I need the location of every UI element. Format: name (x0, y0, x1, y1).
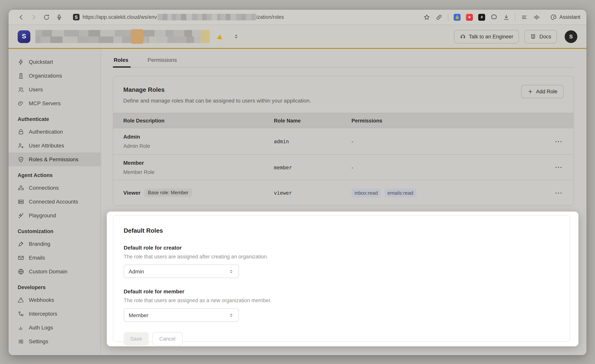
sidebar-item-connected-accounts[interactable]: Connected Accounts (8, 195, 101, 209)
interceptors-icon (18, 310, 24, 317)
add-role-button[interactable]: Add Role (521, 85, 564, 98)
roles-table-header: Role Description Role Name Permissions (113, 113, 574, 128)
custom-domain-icon (18, 268, 24, 275)
sidebar-item-label: User Attributes (29, 142, 64, 149)
launcher-extension-icon[interactable]: ✳ (466, 14, 473, 21)
manage-roles-header: Manage Roles Define and manage roles tha… (113, 77, 574, 113)
sidebar-item-label: MCP Servers (29, 100, 61, 106)
downloads-icon[interactable] (503, 14, 510, 21)
sidebar-nav: QuickstartOrganizationsUsersMCP ServersA… (8, 49, 101, 355)
quickstart-icon (18, 59, 24, 65)
tab-roles[interactable]: Roles (113, 57, 129, 68)
bookmark-star-icon[interactable] (423, 14, 430, 21)
playground-icon (18, 212, 24, 219)
col-role-description: Role Description (113, 118, 264, 123)
assistant-label: Assistant (559, 14, 581, 20)
reading-list-icon[interactable] (521, 14, 528, 21)
row-menu-button[interactable]: ··· (549, 189, 574, 196)
role-display-name: Admin (123, 134, 264, 140)
password-manager-extension-icon[interactable]: 🔒 (454, 14, 460, 21)
sidebar-item-label: Users (29, 86, 43, 92)
sidebar-item-user-attributes[interactable]: User Attributes (8, 139, 101, 153)
screen: S https://app.scalekit.cloud/ws/env izat… (0, 0, 595, 364)
permission-badge: inbox:read (351, 188, 381, 197)
permissions-empty: - (351, 138, 353, 144)
copy-link-icon[interactable] (436, 14, 442, 21)
sidebar-item-label: Custom Domain (29, 268, 67, 274)
url-suffix: ization/roles (256, 14, 284, 20)
hash-extension-icon[interactable]: # (478, 14, 485, 21)
tab-permissions[interactable]: Permissions (147, 57, 178, 68)
app-header: S Talk to an Engineer Docs S (8, 25, 587, 49)
row-menu-button[interactable]: ··· (549, 138, 574, 145)
sidebar-item-quickstart[interactable]: Quickstart (8, 55, 101, 69)
sidebar-item-label: Auth Logs (29, 324, 53, 331)
sidebar-item-label: Interceptors (29, 311, 57, 317)
roles-table-body: AdminAdmin Roleadmin-···MemberMember Rol… (113, 128, 574, 205)
role-slug: viewer (274, 190, 292, 196)
manage-roles-title: Manage Roles (123, 86, 564, 93)
puzzle-extensions-icon[interactable] (490, 14, 497, 21)
manage-roles-card: Manage Roles Define and manage roles tha… (113, 76, 574, 206)
assistant-button[interactable]: Assistant (545, 14, 581, 21)
sidebar-item-organizations[interactable]: Organizations (8, 69, 101, 83)
select-unfold-icon (228, 312, 234, 318)
sidebar-item-label: Quickstart (29, 59, 53, 65)
role-row-member: MemberMember Rolemember-··· (113, 155, 574, 180)
address-bar[interactable]: https://app.scalekit.cloud/ws/env izatio… (83, 14, 284, 20)
sidebar-item-roles-permissions[interactable]: Roles & Permissions (8, 153, 101, 166)
workspace-logo[interactable]: S (18, 30, 30, 43)
sidebar-item-label: Organizations (29, 73, 62, 79)
main-content: RolesPermissions Manage Roles Define and… (101, 49, 587, 355)
emails-icon (18, 254, 24, 261)
assistant-swirl-icon (550, 14, 557, 21)
organizations-icon (18, 72, 24, 79)
talk-to-engineer-label: Talk to an Engineer (469, 34, 513, 39)
sidebar-item-authentication[interactable]: Authentication (8, 125, 101, 139)
url-redacted-blur (157, 14, 256, 20)
auth-logs-icon (18, 324, 24, 331)
row-menu-button[interactable]: ··· (549, 164, 574, 170)
role-row-admin: AdminAdmin Roleadmin-··· (113, 128, 574, 155)
talk-to-engineer-button[interactable]: Talk to an Engineer (454, 30, 519, 43)
sidebar-item-settings[interactable]: Settings (8, 335, 101, 348)
sidebar-item-interceptors[interactable]: Interceptors (8, 307, 101, 321)
reload-icon[interactable] (43, 14, 50, 21)
sidebar-item-users[interactable]: Users (8, 83, 101, 96)
sidebar-item-webhooks[interactable]: Webhooks (8, 293, 101, 307)
workspace-name-redacted[interactable] (35, 29, 229, 44)
sidebar-item-emails[interactable]: Emails (8, 251, 101, 265)
toolbar-right: 🔒 ✳ # Assistant (418, 13, 581, 21)
sidebar-item-connections[interactable]: Connections (8, 181, 101, 195)
sidebar-section-authenticate: Authenticate (8, 110, 101, 125)
settings-icon (18, 338, 24, 345)
voice-waveform-icon[interactable] (533, 14, 540, 21)
docs-label: Docs (539, 34, 551, 39)
sidebar-item-label: Webhooks (29, 297, 54, 303)
creator-role-select[interactable]: Admin (124, 265, 239, 278)
url-prefix: https://app.scalekit.cloud/ws/env (83, 14, 157, 20)
back-icon[interactable] (18, 14, 25, 21)
sidebar-item-mcp-servers[interactable]: MCP Servers (8, 96, 101, 110)
sidebar-item-branding[interactable]: Branding (8, 237, 101, 251)
workspace-switcher-chevron-icon[interactable] (233, 33, 239, 40)
user-avatar[interactable]: S (565, 30, 577, 43)
docs-button[interactable]: Docs (524, 30, 557, 43)
forward-icon[interactable] (30, 14, 37, 21)
manage-roles-description: Define and manage roles that can be assi… (123, 98, 564, 104)
mcp-servers-icon (18, 100, 24, 106)
add-role-label: Add Role (536, 89, 557, 94)
creator-role-label: Default role for creator (124, 245, 559, 251)
sidebar-item-auth-logs[interactable]: Auth Logs (8, 321, 101, 335)
save-button[interactable]: Save (124, 332, 149, 346)
member-role-select[interactable]: Member (124, 308, 239, 322)
sidebar-section-agent-actions: Agent Actions (8, 166, 101, 181)
select-unfold-icon (228, 269, 234, 274)
sidebar-item-custom-domain[interactable]: Custom Domain (8, 265, 101, 278)
member-role-value: Member (129, 312, 149, 318)
header-actions: Talk to an Engineer Docs S (448, 30, 577, 43)
permission-badges: inbox:reademails:read (351, 188, 549, 197)
sidebar-item-playground[interactable]: Playground (8, 209, 101, 222)
cancel-button[interactable]: Cancel (153, 332, 183, 346)
mic-icon[interactable] (56, 14, 63, 21)
